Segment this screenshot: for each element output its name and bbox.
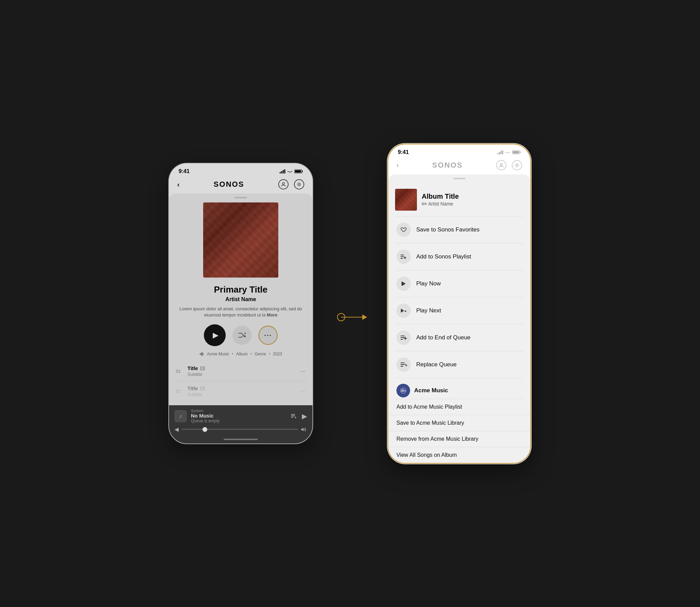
left-phone: 9:41 ‹ SONOS — [169, 164, 312, 443]
logo-left: SONOS — [214, 180, 244, 189]
menu-album-title: Album Title — [422, 193, 459, 200]
svg-rect-26 — [423, 202, 423, 206]
now-playing-system: System — [191, 409, 286, 413]
svg-rect-18 — [501, 151, 502, 154]
svg-rect-42 — [404, 390, 404, 392]
prev-track-button[interactable]: ◀ — [174, 426, 179, 433]
menu-album-info: Album Title Artist Name — [422, 193, 459, 207]
status-icons-left — [280, 169, 303, 173]
meta-service: Acme Music — [207, 352, 229, 356]
now-playing-top: ♪ System No Music Queue is empty ▶ — [174, 409, 307, 423]
menu-item-replace-queue[interactable]: Replace Queue — [388, 351, 530, 378]
arrow-line — [341, 317, 364, 317]
acme-remove-library[interactable]: Remove from Acme Music Library — [388, 431, 530, 447]
volume-icon[interactable] — [301, 427, 307, 432]
now-playing-subtitle: Queue is empty — [191, 419, 286, 423]
status-bar-right: 9:41 — [388, 144, 530, 157]
menu-item-play-next[interactable]: Play Next — [388, 297, 530, 324]
wifi-icon-right — [505, 150, 510, 154]
svg-rect-33 — [401, 336, 405, 336]
svg-rect-2 — [283, 170, 284, 173]
svg-rect-0 — [280, 172, 281, 173]
svg-rect-41 — [403, 389, 403, 392]
profile-icon-right[interactable] — [496, 160, 506, 170]
arrow-connector — [333, 313, 367, 322]
signal-icon — [280, 169, 285, 173]
svg-rect-9 — [200, 353, 200, 355]
menu-item-play-now[interactable]: Play Now — [388, 270, 530, 297]
svg-point-24 — [516, 164, 518, 166]
track-title-2: Title E — [187, 385, 296, 391]
artist-name-left: Artist Name — [177, 296, 304, 302]
svg-rect-43 — [405, 390, 406, 392]
menu-item-add-queue[interactable]: Add to End of Queue — [388, 324, 530, 351]
svg-rect-27 — [424, 203, 424, 204]
play-now-icon — [396, 277, 411, 291]
now-playing-controls: ▶ — [290, 412, 307, 420]
time-right: 9:41 — [398, 149, 409, 155]
status-bar-left: 9:41 — [169, 164, 312, 177]
more-link[interactable]: More — [267, 312, 277, 317]
svg-rect-31 — [401, 256, 404, 257]
arrow-head — [362, 314, 367, 320]
svg-rect-1 — [281, 171, 282, 173]
right-phone: 9:41 ‹ SONOS — [388, 144, 531, 464]
add-queue-icon — [396, 330, 411, 345]
back-button-left[interactable]: ‹ — [177, 181, 180, 188]
svg-rect-14 — [291, 415, 295, 416]
track-more-button-1[interactable]: ··· — [300, 368, 306, 375]
now-playing-bar: ♪ System No Music Queue is empty ▶ ◀ — [169, 405, 312, 435]
svg-rect-6 — [295, 170, 301, 173]
progress-thumb[interactable] — [202, 427, 207, 432]
drag-bar-right — [453, 178, 465, 179]
svg-rect-30 — [401, 255, 404, 255]
meta-album: Album — [236, 352, 248, 356]
acme-save-library[interactable]: Save to Acme Music Library — [388, 415, 530, 431]
settings-icon-right[interactable] — [512, 160, 522, 170]
acme-section-label: Acme Music — [414, 387, 448, 394]
menu-album-header: Album Title Artist Name — [388, 183, 530, 216]
profile-icon-left[interactable] — [278, 179, 289, 189]
progress-bar[interactable] — [181, 429, 298, 430]
signal-icon-right — [498, 150, 503, 154]
nav-icons-left — [278, 179, 304, 189]
svg-rect-25 — [422, 203, 422, 205]
playlist-add-icon — [396, 250, 411, 264]
svg-rect-36 — [401, 363, 405, 363]
menu-item-add-playlist[interactable]: Add to Sonos Playlist — [388, 243, 530, 270]
svg-rect-19 — [502, 150, 503, 154]
svg-rect-37 — [401, 364, 405, 365]
settings-icon-left[interactable] — [294, 179, 304, 189]
meta-year: 2023 — [273, 352, 282, 356]
nav-bar-right: ‹ SONOS — [388, 157, 530, 174]
acme-add-playlist[interactable]: Add to Acme Music Playlist — [388, 399, 530, 415]
now-playing-title: No Music — [191, 413, 286, 419]
battery-icon-right — [512, 150, 521, 154]
np-play-button[interactable]: ▶ — [302, 412, 307, 420]
back-button-right[interactable]: ‹ — [396, 161, 399, 169]
nav-icons-right — [496, 160, 522, 170]
acme-view-all-songs[interactable]: View All Songs on Album — [388, 447, 530, 463]
queue-button[interactable] — [290, 413, 297, 420]
menu-label-replace-queue: Replace Queue — [416, 361, 457, 368]
explicit-badge-2: E — [200, 386, 205, 391]
now-playing-info: System No Music Queue is empty — [191, 409, 286, 423]
acme-section-header: Acme Music — [388, 378, 530, 399]
time-left: 9:41 — [179, 168, 190, 174]
track-subtitle-2: Subtitle — [187, 392, 296, 397]
menu-album-art — [395, 189, 417, 211]
svg-rect-38 — [401, 366, 403, 367]
more-options-button[interactable]: ··· — [258, 326, 278, 345]
meta-row: Acme Music • Album • Genre • 2023 — [169, 352, 312, 356]
shuffle-button[interactable] — [233, 326, 252, 345]
status-icons-right — [498, 150, 521, 154]
menu-item-save-favorites[interactable]: Save to Sonos Favorites — [388, 216, 530, 243]
menu-label-add-playlist: Add to Sonos Playlist — [416, 253, 471, 260]
primary-title: Primary Title — [177, 284, 304, 295]
play-button-main[interactable] — [204, 324, 226, 346]
track-more-button-2[interactable]: ··· — [300, 388, 306, 395]
menu-content: Album Title Artist Name Save to Sonos Fa… — [388, 174, 530, 463]
svg-rect-15 — [291, 417, 294, 418]
progress-row: ◀ — [174, 426, 307, 433]
phone-content-left: Primary Title Artist Name Lorem ipsum do… — [169, 194, 312, 443]
